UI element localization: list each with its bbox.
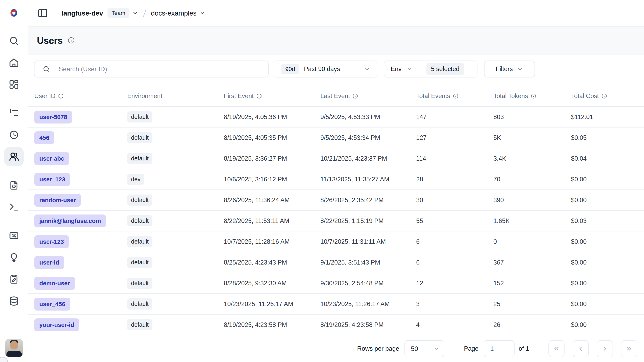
table-row[interactable]: 456default8/19/2025, 4:05:35 PM9/5/2025,… [28,128,644,148]
user-id-cell: jannik@langfuse.com [34,214,127,227]
environment-cell: default [127,236,224,247]
user-id-badge[interactable]: user-id [34,256,64,269]
sidebar-item-sessions[interactable] [4,125,24,145]
page-label: Page [464,345,478,352]
environment-cell: default [127,153,224,164]
environment-badge: default [127,319,152,330]
pagination-buttons [548,340,637,357]
sidebar-item-home[interactable] [4,53,24,72]
sidebar-item-insights[interactable] [4,248,24,267]
column-header-first-event[interactable]: First Event [224,92,320,100]
table-row[interactable]: user_123dev10/6/2025, 3:16:12 PM11/13/20… [28,169,644,190]
column-header-total-cost[interactable]: Total Cost [571,92,644,100]
rows-per-page-select[interactable]: 50 [404,340,444,357]
sidebar-item-prompts[interactable] [4,197,24,217]
chevron-down-icon[interactable] [200,10,206,16]
first-event-cell: 8/25/2025, 4:23:43 PM [224,259,320,266]
table-row[interactable]: user-123default10/7/2025, 11:28:16 AM10/… [28,231,644,252]
chevron-down-icon[interactable] [132,10,138,16]
breadcrumb-project[interactable]: docs-examples [151,9,196,17]
dashboard-grid-icon [9,79,19,90]
filters-button[interactable]: Filters [484,61,535,78]
langfuse-logo[interactable] [0,0,28,26]
home-icon [9,57,19,68]
user-id-badge[interactable]: user-5678 [34,111,72,124]
chevron-down-icon [406,66,413,72]
first-event-cell: 8/19/2025, 4:05:35 PM [224,134,320,141]
table-row[interactable]: user-abcdefault8/19/2025, 3:36:27 PM10/2… [28,148,644,169]
total-cost-cell: $112.01 [571,113,644,121]
table-row[interactable]: random-userdefault8/26/2025, 11:36:24 AM… [28,190,644,211]
table-row[interactable]: user-iddefault8/25/2025, 4:23:43 PM9/1/2… [28,252,644,273]
total-cost-cell: $0.00 [571,280,644,287]
info-icon [602,93,607,99]
total-events-cell: 3 [416,300,494,308]
sidebar-item-annotation[interactable] [4,270,24,289]
user-id-badge[interactable]: your-user-id [34,318,79,331]
search-box[interactable] [34,61,268,78]
file-json-icon [9,180,19,190]
user-avatar[interactable] [5,338,24,357]
table-row[interactable]: user-5678default8/19/2025, 4:05:36 PM9/5… [28,107,644,128]
total-cost-cell: $0.00 [571,300,644,308]
first-event-cell: 8/19/2025, 3:36:27 PM [224,155,320,162]
user-id-badge[interactable]: 456 [34,131,54,144]
breadcrumb-org[interactable]: langfuse-dev [62,9,103,17]
info-icon[interactable] [68,37,75,44]
sidebar-item-evaluators[interactable] [4,226,24,245]
column-header-environment[interactable]: Environment [127,92,224,100]
sidebar-item-search[interactable] [4,31,24,51]
breadcrumb-slash [143,9,146,18]
column-header-user-id[interactable]: User ID [34,92,127,100]
sidebar-item-storage[interactable] [4,291,24,311]
previous-page-button[interactable] [572,340,589,357]
total-tokens-cell: 5K [494,134,571,141]
total-events-cell: 4 [416,321,494,328]
last-event-cell: 10/7/2025, 11:31:11 AM [320,238,416,245]
sidebar-item-datasets[interactable] [4,176,24,195]
chevron-down-icon [434,346,440,352]
column-header-total-tokens[interactable]: Total Tokens [494,92,571,100]
sidebar-toggle-button[interactable] [37,7,48,19]
user-id-badge[interactable]: demo-user [34,277,75,290]
search-input[interactable] [59,65,268,73]
table-row[interactable]: user_456default10/23/2025, 11:26:17 AM10… [28,294,644,314]
first-event-cell: 10/7/2025, 11:28:16 AM [224,238,320,245]
total-events-cell: 30 [416,197,494,204]
environment-filter-button[interactable]: Env 5 selected [384,61,478,78]
environment-badge: default [127,195,152,206]
table-row[interactable]: your-user-iddefault8/19/2025, 4:23:58 PM… [28,314,644,335]
user-id-badge[interactable]: jannik@langfuse.com [34,214,106,227]
sidebar-item-dashboards[interactable] [4,75,24,94]
table-row[interactable]: jannik@langfuse.comdefault8/22/2025, 11:… [28,211,644,231]
user-id-cell: your-user-id [34,318,127,331]
last-event-cell: 9/5/2025, 4:53:34 PM [320,134,416,141]
user-id-badge[interactable]: user_456 [34,298,70,310]
chevron-right-icon [602,345,608,352]
list-tree-icon [9,108,19,118]
total-cost-cell: $0.00 [571,321,644,328]
total-events-cell: 127 [416,134,494,141]
time-range-button[interactable]: 90d Past 90 days [273,61,377,78]
column-header-total-events[interactable]: Total Events [416,92,494,100]
corner-widget [0,357,8,362]
sidebar-item-users[interactable] [4,147,24,166]
user-id-cell: user_123 [34,173,127,186]
table-row[interactable]: demo-userdefault8/28/2025, 9:32:30 AM9/3… [28,273,644,294]
user-id-badge[interactable]: user_123 [34,173,70,186]
user-id-badge[interactable]: user-abc [34,152,69,165]
avatar-face [10,341,18,349]
time-range-badge: 90d [281,64,299,74]
first-page-button[interactable] [548,340,564,357]
user-id-badge[interactable]: random-user [34,194,81,207]
user-id-badge[interactable]: user-123 [34,235,69,248]
sidebar-item-tracing[interactable] [4,103,24,123]
last-page-button[interactable] [621,340,637,357]
first-event-cell: 8/19/2025, 4:05:36 PM [224,113,320,121]
sidebar [0,0,28,362]
terminal-prompt-icon [9,202,19,212]
page-number-input[interactable] [484,340,514,357]
table-header-row: User ID Environment First Event Last Eve… [28,86,644,107]
next-page-button[interactable] [597,340,613,357]
column-header-last-event[interactable]: Last Event [320,92,416,100]
